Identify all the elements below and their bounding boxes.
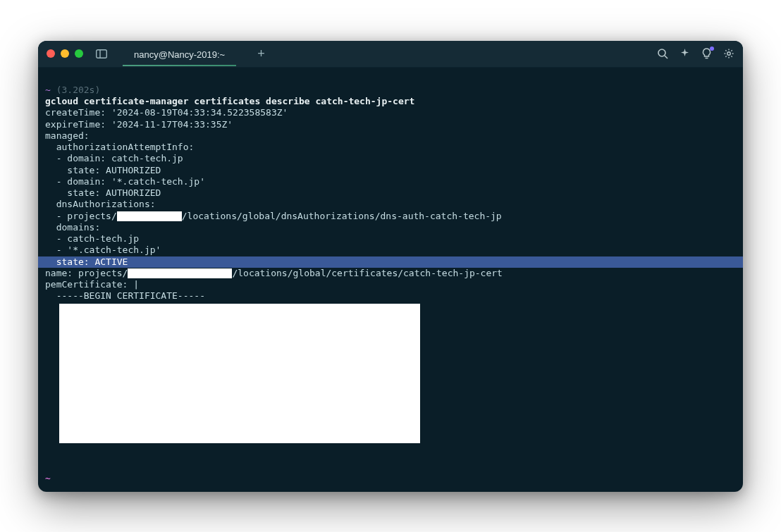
output-domains2: - '*.catch-tech.jp' [45, 245, 161, 255]
output-state2: state: AUTHORIZED [45, 187, 161, 198]
output-dnsauth-key: dnsAuthorizations: [45, 199, 156, 209]
split-pane-icon[interactable] [96, 49, 107, 58]
output-dnsauth-val: - projects//locations/global/dnsAuthoriz… [45, 211, 502, 221]
output-createtime: createTime: '2024-08-19T04:33:34.5223585… [45, 107, 288, 118]
search-icon[interactable] [657, 48, 668, 59]
new-tab-button[interactable]: + [257, 47, 265, 60]
notification-dot [710, 47, 714, 51]
close-window-button[interactable] [47, 49, 55, 58]
bottom-prompt: ~ [38, 471, 743, 492]
output-domain2: - domain: '*.catch-tech.jp' [45, 176, 205, 187]
tab-active[interactable]: nancy@Nancy-2019:~ [123, 42, 236, 66]
titlebar: nancy@Nancy-2019:~ + [38, 41, 743, 68]
output-name: name: projects//locations/global/certifi… [45, 268, 503, 278]
prompt-cwd: ~ [45, 85, 51, 95]
redacted-project-1 [117, 211, 182, 221]
minimize-window-button[interactable] [61, 49, 69, 58]
bottom-prompt-tilde: ~ [45, 473, 51, 483]
redacted-certificate-body [59, 304, 420, 443]
output-managed: managed: [45, 130, 90, 141]
prompt-timing: (3.202s) [56, 85, 101, 95]
traffic-lights [47, 49, 83, 58]
output-state1: state: AUTHORIZED [45, 165, 161, 175]
tab-title: nancy@Nancy-2019:~ [134, 49, 225, 60]
sparkle-icon[interactable] [679, 49, 690, 59]
output-domains1: - catch-tech.jp [45, 233, 139, 244]
gear-icon[interactable] [723, 48, 734, 59]
prompt-line: ~ (3.202s) [45, 85, 100, 95]
output-pem-key: pemCertificate: | [45, 279, 139, 290]
maximize-window-button[interactable] [75, 49, 83, 58]
terminal-window: nancy@Nancy-2019:~ + ~ (3.202s) gcloud c… [38, 41, 743, 492]
output-domains-key: domains: [45, 222, 100, 233]
titlebar-right-icons [657, 48, 734, 59]
output-pem-begin: -----BEGIN CERTIFICATE----- [45, 290, 205, 301]
terminal-body[interactable]: ~ (3.202s) gcloud certificate-manager ce… [38, 68, 743, 471]
output-state-active: state: ACTIVE [38, 256, 743, 268]
svg-point-5 [727, 52, 730, 55]
redacted-project-2 [128, 268, 232, 278]
command-line: gcloud certificate-manager certificates … [45, 96, 414, 106]
bulb-icon[interactable] [701, 48, 712, 59]
svg-line-3 [665, 56, 668, 58]
output-expiretime: expireTime: '2024-11-17T04:33:35Z' [45, 119, 233, 130]
output-domain1: - domain: catch-tech.jp [45, 153, 183, 163]
svg-rect-0 [97, 49, 107, 58]
output-authattempt: authorizationAttemptInfo: [45, 142, 194, 152]
svg-point-2 [658, 49, 665, 56]
